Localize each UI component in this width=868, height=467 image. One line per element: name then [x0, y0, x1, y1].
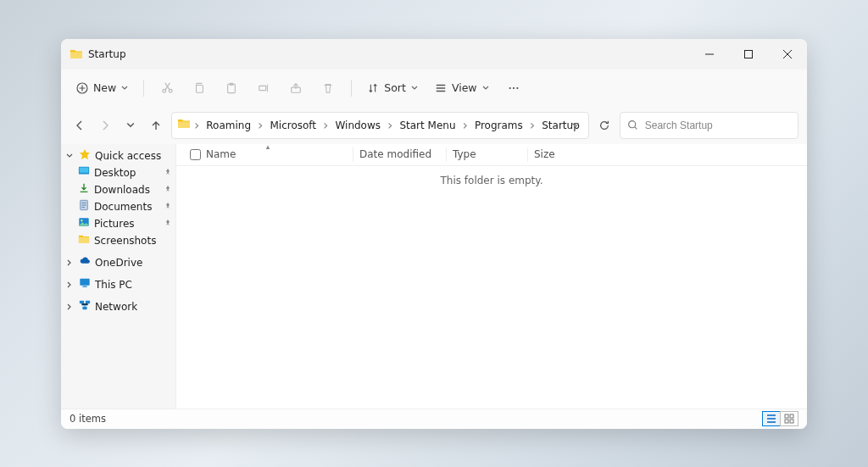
svg-rect-24 [790, 414, 793, 418]
svg-rect-4 [197, 85, 203, 92]
titlebar: Startup [61, 39, 807, 69]
sidebar-item-label: Network [95, 301, 172, 313]
share-icon [290, 82, 302, 94]
chevron-down-icon [482, 85, 489, 92]
sort-icon [367, 82, 379, 94]
sidebar-item-label: Desktop [94, 167, 159, 179]
explorer-window: Startup New Sort View [61, 39, 807, 429]
sidebar-item-label: Pictures [94, 218, 159, 230]
folder-icon [177, 117, 191, 134]
expand-icon [64, 259, 75, 266]
sidebar-item-this-pc[interactable]: This PC [61, 276, 175, 293]
chevron-down-icon [411, 85, 418, 92]
window-title: Startup [88, 48, 126, 60]
svg-point-10 [513, 86, 515, 88]
sort-asc-icon: ▴ [266, 142, 270, 151]
svg-rect-22 [82, 307, 86, 310]
view-details-button[interactable] [762, 411, 781, 426]
sidebar-item-screenshots[interactable]: Screenshots [61, 232, 175, 249]
search-icon [627, 120, 638, 131]
rename-button[interactable] [249, 75, 278, 101]
svg-rect-26 [790, 420, 793, 423]
sidebar-item-quick-access[interactable]: Quick access [61, 147, 175, 164]
svg-point-3 [169, 89, 172, 92]
new-button[interactable]: New [70, 75, 135, 101]
sidebar-item-documents[interactable]: Documents [61, 198, 175, 215]
rename-icon [258, 82, 270, 94]
sort-button[interactable]: Sort [360, 75, 425, 101]
breadcrumb-item[interactable]: Start Menu [396, 116, 459, 135]
svg-rect-21 [86, 301, 90, 304]
pin-icon [164, 167, 172, 179]
column-header-size[interactable]: Size [527, 144, 578, 165]
delete-button[interactable] [314, 75, 342, 101]
expand-icon [64, 281, 75, 288]
sidebar-item-label: Screenshots [94, 235, 172, 247]
grid-icon [784, 414, 794, 424]
sidebar-item-desktop[interactable]: Desktop [61, 164, 175, 181]
view-button[interactable]: View [428, 75, 496, 101]
breadcrumb-item[interactable]: Programs [471, 116, 526, 135]
address-history-dropdown[interactable] [568, 114, 583, 136]
nav-up-button[interactable] [146, 113, 166, 138]
maximize-button[interactable] [729, 39, 768, 69]
star-icon [79, 148, 91, 163]
sidebar-item-onedrive[interactable]: OneDrive [61, 254, 175, 271]
pin-icon [164, 218, 172, 230]
select-all-checkbox[interactable] [190, 149, 201, 160]
svg-point-17 [81, 220, 82, 221]
breadcrumb-item[interactable]: Roaming [203, 116, 254, 135]
minimize-button[interactable] [690, 39, 729, 69]
cloud-icon [79, 255, 91, 270]
svg-rect-14 [80, 168, 89, 173]
navigation-pane: Quick access Desktop Downloads Documents… [61, 144, 176, 409]
collapse-icon [64, 153, 75, 159]
chevron-down-icon [121, 85, 128, 92]
breadcrumb-item[interactable]: Windows [331, 116, 384, 135]
new-button-label: New [93, 81, 116, 94]
column-header-name[interactable]: Name ▴ [183, 144, 353, 165]
chevron-right-icon: › [321, 117, 330, 133]
chevron-right-icon: › [192, 117, 201, 133]
empty-folder-message: This folder is empty. [176, 166, 807, 409]
nav-forward-button[interactable] [95, 113, 115, 138]
breadcrumb-item[interactable]: Microsoft [266, 116, 320, 135]
chevron-right-icon: › [256, 117, 264, 133]
sidebar-item-downloads[interactable]: Downloads [61, 181, 175, 198]
copy-icon [193, 82, 205, 94]
sidebar-item-label: Quick access [95, 150, 172, 162]
chevron-right-icon: › [386, 117, 394, 133]
column-header-type[interactable]: Type [446, 144, 527, 165]
sort-button-label: Sort [384, 81, 406, 94]
svg-rect-19 [82, 286, 86, 287]
refresh-button[interactable] [594, 113, 615, 138]
address-bar[interactable]: › Roaming › Microsoft › Windows › Start … [171, 112, 589, 139]
close-button[interactable] [768, 39, 807, 69]
svg-point-12 [628, 121, 635, 128]
search-input[interactable] [645, 120, 791, 131]
window-folder-icon [70, 47, 83, 61]
sidebar-item-label: Documents [94, 201, 159, 213]
nav-recent-dropdown[interactable] [120, 113, 141, 138]
desktop-icon [78, 165, 90, 180]
sidebar-item-pictures[interactable]: Pictures [61, 215, 175, 232]
svg-point-9 [509, 86, 510, 88]
body: Quick access Desktop Downloads Documents… [61, 144, 807, 409]
column-header-date[interactable]: Date modified [353, 144, 446, 165]
more-button[interactable] [499, 75, 528, 101]
trash-icon [322, 82, 334, 94]
copy-button[interactable] [185, 75, 214, 101]
sidebar-item-network[interactable]: Network [61, 298, 175, 315]
search-box[interactable] [620, 112, 798, 139]
svg-rect-0 [745, 50, 753, 58]
paste-button[interactable] [217, 75, 246, 101]
svg-rect-18 [80, 279, 89, 286]
share-button[interactable] [281, 75, 310, 101]
cut-icon [161, 81, 174, 94]
cut-button[interactable] [153, 75, 181, 101]
downloads-icon [78, 182, 90, 197]
view-thumbnails-button[interactable] [780, 411, 798, 426]
nav-back-button[interactable] [70, 113, 90, 138]
plus-circle-icon [76, 82, 88, 94]
view-icon [435, 82, 447, 94]
